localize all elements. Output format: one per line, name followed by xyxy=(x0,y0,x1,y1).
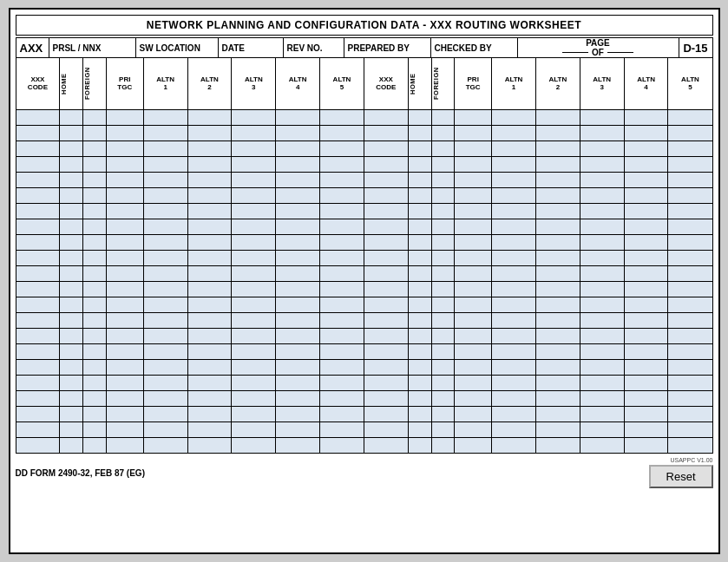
table-cell[interactable] xyxy=(232,344,276,360)
table-cell[interactable] xyxy=(143,360,187,376)
table-cell[interactable] xyxy=(143,329,187,344)
table-cell[interactable] xyxy=(143,235,187,251)
table-cell[interactable] xyxy=(143,376,187,391)
table-cell[interactable] xyxy=(580,235,624,251)
table-cell[interactable] xyxy=(143,391,187,407)
table-cell[interactable] xyxy=(455,235,492,251)
table-cell[interactable] xyxy=(232,391,276,407)
table-cell[interactable] xyxy=(624,313,668,329)
table-cell[interactable] xyxy=(320,329,364,344)
table-cell[interactable] xyxy=(83,266,107,282)
table-cell[interactable] xyxy=(624,282,668,297)
table-cell[interactable] xyxy=(580,173,624,188)
table-cell[interactable] xyxy=(83,422,107,438)
table-cell[interactable] xyxy=(106,313,143,329)
table-cell[interactable] xyxy=(16,251,60,266)
table-cell[interactable] xyxy=(60,219,83,235)
table-cell[interactable] xyxy=(624,141,668,157)
table-cell[interactable] xyxy=(668,251,712,266)
table-cell[interactable] xyxy=(580,391,624,407)
table-cell[interactable] xyxy=(492,266,536,282)
table-cell[interactable] xyxy=(408,360,431,376)
table-cell[interactable] xyxy=(232,157,276,173)
table-cell[interactable] xyxy=(668,376,712,391)
table-cell[interactable] xyxy=(187,235,232,251)
table-cell[interactable] xyxy=(668,110,712,126)
table-cell[interactable] xyxy=(668,313,712,329)
table-cell[interactable] xyxy=(16,344,60,360)
table-cell[interactable] xyxy=(16,173,60,188)
table-cell[interactable] xyxy=(187,204,232,219)
table-cell[interactable] xyxy=(276,251,320,266)
table-cell[interactable] xyxy=(232,204,276,219)
table-cell[interactable] xyxy=(408,173,431,188)
table-cell[interactable] xyxy=(232,282,276,297)
table-cell[interactable] xyxy=(492,438,536,454)
table-cell[interactable] xyxy=(60,141,83,157)
table-cell[interactable] xyxy=(60,391,83,407)
table-cell[interactable] xyxy=(276,235,320,251)
table-cell[interactable] xyxy=(580,251,624,266)
table-cell[interactable] xyxy=(276,173,320,188)
table-cell[interactable] xyxy=(535,266,580,282)
table-cell[interactable] xyxy=(106,188,143,204)
table-cell[interactable] xyxy=(232,173,276,188)
table-cell[interactable] xyxy=(187,297,232,313)
table-cell[interactable] xyxy=(535,297,580,313)
table-cell[interactable] xyxy=(320,360,364,376)
table-cell[interactable] xyxy=(408,391,431,407)
table-cell[interactable] xyxy=(624,438,668,454)
table-cell[interactable] xyxy=(276,313,320,329)
table-cell[interactable] xyxy=(143,297,187,313)
table-cell[interactable] xyxy=(106,266,143,282)
table-cell[interactable] xyxy=(624,391,668,407)
table-cell[interactable] xyxy=(668,344,712,360)
table-cell[interactable] xyxy=(535,251,580,266)
table-cell[interactable] xyxy=(492,376,536,391)
table-cell[interactable] xyxy=(232,422,276,438)
table-cell[interactable] xyxy=(535,313,580,329)
table-cell[interactable] xyxy=(535,329,580,344)
table-cell[interactable] xyxy=(408,282,431,297)
table-cell[interactable] xyxy=(408,204,431,219)
table-cell[interactable] xyxy=(580,126,624,141)
table-cell[interactable] xyxy=(364,110,408,126)
table-cell[interactable] xyxy=(276,282,320,297)
table-cell[interactable] xyxy=(60,126,83,141)
table-cell[interactable] xyxy=(16,360,60,376)
table-cell[interactable] xyxy=(276,422,320,438)
table-cell[interactable] xyxy=(455,297,492,313)
table-cell[interactable] xyxy=(624,219,668,235)
table-cell[interactable] xyxy=(668,235,712,251)
table-cell[interactable] xyxy=(408,219,431,235)
table-cell[interactable] xyxy=(320,235,364,251)
table-cell[interactable] xyxy=(106,219,143,235)
reset-button[interactable]: Reset xyxy=(649,465,713,488)
table-cell[interactable] xyxy=(60,188,83,204)
table-cell[interactable] xyxy=(535,438,580,454)
table-cell[interactable] xyxy=(320,391,364,407)
table-cell[interactable] xyxy=(580,438,624,454)
table-cell[interactable] xyxy=(60,173,83,188)
table-cell[interactable] xyxy=(580,188,624,204)
table-cell[interactable] xyxy=(276,360,320,376)
table-cell[interactable] xyxy=(60,235,83,251)
table-cell[interactable] xyxy=(492,126,536,141)
table-cell[interactable] xyxy=(232,235,276,251)
table-cell[interactable] xyxy=(187,422,232,438)
table-cell[interactable] xyxy=(60,376,83,391)
table-cell[interactable] xyxy=(624,360,668,376)
table-cell[interactable] xyxy=(83,297,107,313)
table-cell[interactable] xyxy=(455,344,492,360)
table-cell[interactable] xyxy=(83,376,107,391)
table-cell[interactable] xyxy=(106,438,143,454)
table-cell[interactable] xyxy=(187,110,232,126)
table-cell[interactable] xyxy=(624,329,668,344)
table-cell[interactable] xyxy=(16,235,60,251)
table-cell[interactable] xyxy=(535,141,580,157)
table-cell[interactable] xyxy=(668,329,712,344)
table-cell[interactable] xyxy=(455,313,492,329)
table-cell[interactable] xyxy=(455,266,492,282)
table-cell[interactable] xyxy=(276,438,320,454)
table-cell[interactable] xyxy=(492,157,536,173)
